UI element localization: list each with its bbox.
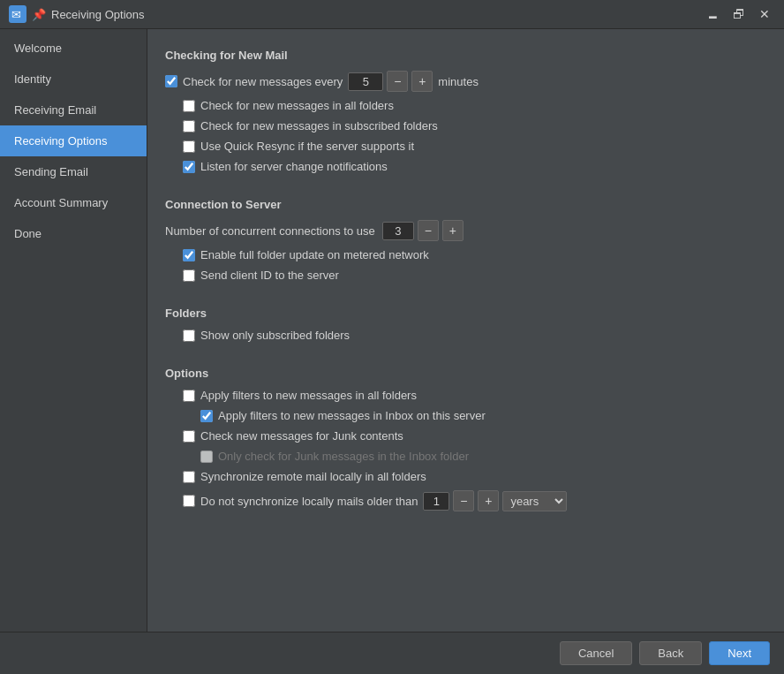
subscribed-only-checkbox[interactable] xyxy=(183,329,195,342)
filters-inbox-label[interactable]: Apply filters to new messages in Inbox o… xyxy=(218,409,486,422)
dont-sync-checkbox[interactable] xyxy=(183,495,195,507)
concurrent-spinner: − + xyxy=(382,220,464,241)
dont-sync-label[interactable]: Do not synchronize locally mails older t… xyxy=(200,495,418,508)
sidebar-item-account-summary[interactable]: Account Summary xyxy=(0,187,147,218)
sidebar-item-receiving-email[interactable]: Receiving Email xyxy=(0,95,147,125)
quick-resync-label[interactable]: Use Quick Resync if the server supports … xyxy=(200,140,414,153)
checking-section-title: Checking for New Mail xyxy=(165,49,766,62)
content-area: Checking for New Mail Check for new mess… xyxy=(147,29,784,632)
junk-check-checkbox[interactable] xyxy=(183,430,195,443)
years-increment[interactable]: + xyxy=(478,490,499,511)
concurrent-input[interactable] xyxy=(382,222,414,240)
check-every-label[interactable]: Check for new messages every xyxy=(183,75,343,88)
junk-inbox-only-checkbox[interactable] xyxy=(200,451,213,463)
bottom-bar: Cancel Back Next xyxy=(0,632,784,674)
check-every-row: Check for new messages every − + minutes xyxy=(165,71,766,92)
main-layout: Welcome Identity Receiving Email Receivi… xyxy=(0,29,784,632)
all-folders-row: Check for new messages in all folders xyxy=(165,99,766,112)
check-every-input[interactable] xyxy=(348,72,383,91)
concurrent-decrement[interactable]: − xyxy=(418,220,439,241)
check-every-decrement[interactable]: − xyxy=(387,71,408,92)
options-section-title: Options xyxy=(165,367,766,380)
server-notifications-label[interactable]: Listen for server change notifications xyxy=(200,160,388,173)
minimize-button[interactable]: 🗕 xyxy=(701,5,724,23)
sidebar-item-sending-email[interactable]: Sending Email xyxy=(0,156,147,187)
all-folders-label[interactable]: Check for new messages in all folders xyxy=(200,99,394,112)
full-folder-update-label[interactable]: Enable full folder update on metered net… xyxy=(200,248,429,261)
concurrent-label: Number of concurrent connections to use xyxy=(165,224,375,238)
client-id-label[interactable]: Send client ID to the server xyxy=(200,269,339,282)
filters-inbox-checkbox[interactable] xyxy=(200,410,213,422)
check-every-increment[interactable]: + xyxy=(411,71,433,92)
concurrent-increment[interactable]: + xyxy=(442,220,464,241)
years-decrement[interactable]: − xyxy=(453,490,474,511)
next-button[interactable]: Next xyxy=(709,641,770,665)
check-every-checkbox[interactable] xyxy=(165,75,177,87)
filters-all-checkbox[interactable] xyxy=(183,390,195,402)
junk-check-row: Check new messages for Junk contents xyxy=(165,429,766,443)
client-id-checkbox[interactable] xyxy=(183,269,195,282)
years-input[interactable] xyxy=(423,492,449,511)
subscribed-folders-checkbox[interactable] xyxy=(183,120,195,133)
check-every-spinner: − + xyxy=(348,71,433,92)
check-every-unit: minutes xyxy=(438,75,479,88)
sidebar-item-identity[interactable]: Identity xyxy=(0,64,147,95)
subscribed-folders-label[interactable]: Check for new messages in subscribed fol… xyxy=(200,119,438,133)
sidebar-item-welcome[interactable]: Welcome xyxy=(0,33,147,64)
subscribed-only-label[interactable]: Show only subscribed folders xyxy=(200,329,350,342)
years-group: − + days weeks months years xyxy=(423,490,567,511)
subscribed-folders-row: Check for new messages in subscribed fol… xyxy=(165,119,766,133)
sidebar-item-done[interactable]: Done xyxy=(0,218,147,249)
folders-section-title: Folders xyxy=(165,307,766,320)
all-folders-checkbox[interactable] xyxy=(183,100,195,112)
maximize-button[interactable]: 🗗 xyxy=(727,5,750,23)
connection-section-title: Connection to Server xyxy=(165,198,766,211)
sync-locally-checkbox[interactable] xyxy=(183,471,195,483)
sidebar-item-receiving-options[interactable]: Receiving Options xyxy=(0,125,147,156)
title-bar-title: Receiving Options xyxy=(51,8,145,21)
junk-check-label[interactable]: Check new messages for Junk contents xyxy=(200,429,403,443)
filters-inbox-row: Apply filters to new messages in Inbox o… xyxy=(165,409,766,422)
filters-all-row: Apply filters to new messages in all fol… xyxy=(165,389,766,402)
svg-text:✉: ✉ xyxy=(11,8,21,21)
sync-locally-row: Synchronize remote mail locally in all f… xyxy=(165,470,766,483)
pin-icon: 📌 xyxy=(32,8,46,21)
cancel-button[interactable]: Cancel xyxy=(560,641,632,665)
concurrent-connections-row: Number of concurrent connections to use … xyxy=(165,220,766,241)
sync-locally-label[interactable]: Synchronize remote mail locally in all f… xyxy=(200,470,426,483)
client-id-row: Send client ID to the server xyxy=(165,269,766,282)
server-notifications-row: Listen for server change notifications xyxy=(165,160,766,173)
junk-inbox-only-row: Only check for Junk messages in the Inbo… xyxy=(165,450,766,463)
title-bar-controls[interactable]: 🗕 🗗 ✕ xyxy=(701,5,775,23)
quick-resync-row: Use Quick Resync if the server supports … xyxy=(165,140,766,153)
subscribed-only-row: Show only subscribed folders xyxy=(165,329,766,342)
filters-all-label[interactable]: Apply filters to new messages in all fol… xyxy=(200,389,417,402)
quick-resync-checkbox[interactable] xyxy=(183,140,195,153)
full-folder-update-checkbox[interactable] xyxy=(183,249,195,261)
years-select[interactable]: days weeks months years xyxy=(502,491,567,511)
junk-inbox-only-label: Only check for Junk messages in the Inbo… xyxy=(218,450,469,463)
sidebar: Welcome Identity Receiving Email Receivi… xyxy=(0,29,147,632)
full-folder-update-row: Enable full folder update on metered net… xyxy=(165,248,766,261)
server-notifications-checkbox[interactable] xyxy=(183,161,195,173)
app-icon: ✉ xyxy=(9,5,26,23)
close-button[interactable]: ✕ xyxy=(754,5,775,23)
dont-sync-row: Do not synchronize locally mails older t… xyxy=(165,490,766,511)
back-button[interactable]: Back xyxy=(639,641,702,665)
title-bar: ✉ 📌 Receiving Options 🗕 🗗 ✕ xyxy=(0,0,784,29)
title-bar-left: ✉ 📌 Receiving Options xyxy=(9,5,145,23)
